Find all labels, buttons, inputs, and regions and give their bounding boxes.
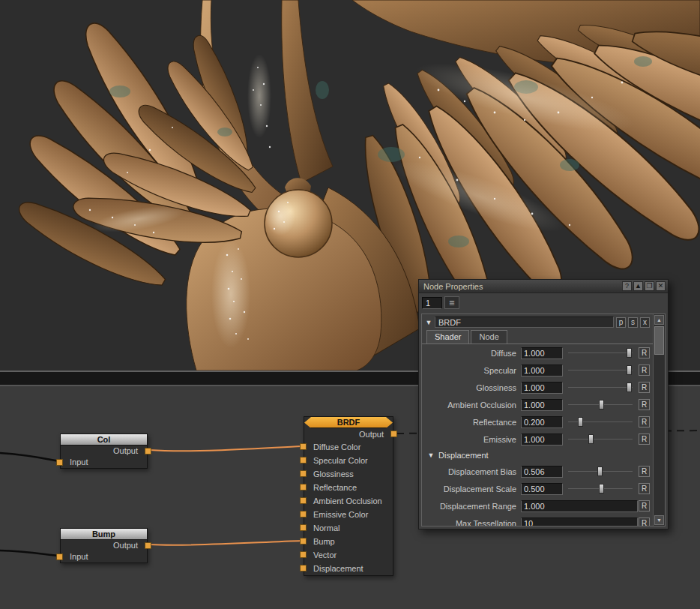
- value-field[interactable]: 1.000: [521, 347, 563, 359]
- node-col[interactable]: Col Output Input: [60, 434, 148, 469]
- scrollbar-thumb[interactable]: [654, 326, 664, 355]
- displacement-section-header[interactable]: ▼ Displacement: [422, 448, 653, 463]
- slider-handle[interactable]: [627, 365, 632, 375]
- param-row-diffuse: Diffuse 1.000 R: [422, 344, 653, 362]
- scroll-down-icon[interactable]: ▼: [654, 515, 664, 525]
- input-label: Input: [70, 458, 88, 466]
- value-field[interactable]: 1.000: [521, 500, 638, 512]
- value-field[interactable]: 1.000: [521, 364, 563, 376]
- collapse-arrow-icon[interactable]: ▼: [425, 319, 432, 326]
- reset-button[interactable]: R: [639, 466, 650, 477]
- value-field[interactable]: 1.000: [521, 382, 563, 394]
- input-label: Ambient Occlusion: [313, 496, 382, 506]
- slider-handle[interactable]: [597, 466, 603, 476]
- panel-scrollbar[interactable]: ▲ ▼: [653, 314, 665, 526]
- node-name-field[interactable]: BRDF: [435, 316, 614, 328]
- node-bump[interactable]: Bump Output Input: [60, 528, 148, 563]
- col-input-row: Input: [61, 457, 147, 468]
- output-label: Output: [113, 446, 138, 455]
- slider[interactable]: [567, 483, 634, 494]
- input-port[interactable]: [300, 565, 307, 572]
- shade-icon[interactable]: ▲: [633, 281, 643, 291]
- input-port[interactable]: [300, 497, 307, 504]
- scroll-up-icon[interactable]: ▲: [654, 315, 664, 325]
- input-port[interactable]: [300, 524, 307, 531]
- bump-input-row: Input: [61, 551, 147, 562]
- input-port[interactable]: [300, 511, 307, 518]
- tab-shader[interactable]: Shader: [426, 330, 469, 344]
- value-field[interactable]: 0.506: [521, 466, 563, 478]
- slider-handle[interactable]: [588, 434, 594, 444]
- slider[interactable]: [567, 466, 634, 477]
- value-field[interactable]: 0.200: [521, 416, 563, 428]
- output-port[interactable]: [145, 448, 151, 454]
- output-port[interactable]: [390, 430, 397, 437]
- slider[interactable]: [567, 434, 634, 445]
- brdf-output-row: Output: [304, 428, 393, 440]
- panel-rows: ▼ BRDF p s x Shader Node Diffuse 1.000 R: [422, 314, 653, 526]
- slider[interactable]: [567, 347, 634, 358]
- tab-node[interactable]: Node: [471, 330, 507, 344]
- value-field[interactable]: 0.500: [521, 483, 563, 495]
- tab-bar: Shader Node: [422, 330, 653, 344]
- x-button[interactable]: x: [640, 317, 650, 328]
- input-port[interactable]: [56, 554, 63, 560]
- reset-button[interactable]: R: [639, 399, 650, 410]
- brdf-input-row: Glossiness: [304, 467, 393, 481]
- input-label: Specular Color: [313, 456, 368, 465]
- slider[interactable]: [567, 416, 634, 428]
- input-port[interactable]: [300, 538, 307, 544]
- node-properties-panel: Node Properties ? ▲ ❐ ✕ 1 ≣ ▼ BRDF p s x…: [418, 279, 669, 530]
- node-col-title[interactable]: Col: [61, 434, 147, 446]
- input-port[interactable]: [300, 457, 307, 464]
- close-icon[interactable]: ✕: [656, 281, 666, 291]
- input-label: Reflectance: [313, 483, 357, 492]
- slider-handle[interactable]: [627, 348, 632, 358]
- slider[interactable]: [567, 399, 634, 410]
- brdf-input-row: Reflectance: [304, 481, 393, 494]
- collapse-arrow-icon[interactable]: ▼: [427, 452, 435, 459]
- input-port[interactable]: [300, 551, 307, 558]
- s-button[interactable]: s: [628, 317, 638, 328]
- reset-button[interactable]: R: [639, 518, 650, 526]
- slider-handle[interactable]: [578, 417, 583, 427]
- float-window-icon[interactable]: ❐: [645, 281, 654, 291]
- reset-button[interactable]: R: [639, 364, 650, 376]
- value-field[interactable]: 10: [521, 518, 638, 526]
- param-row-glossiness: Glossiness 1.000 R: [422, 379, 653, 396]
- menu-icon-button[interactable]: ≣: [444, 296, 459, 309]
- panel-toolrow: 1 ≣: [419, 293, 668, 312]
- input-port[interactable]: [56, 459, 63, 466]
- value-field[interactable]: 1.000: [521, 434, 563, 446]
- p-button[interactable]: p: [616, 317, 626, 328]
- index-field[interactable]: 1: [422, 297, 442, 309]
- reset-button[interactable]: R: [639, 434, 650, 445]
- input-port[interactable]: [300, 470, 307, 477]
- node-brdf[interactable]: BRDF Output Diffuse Color Specular Color…: [304, 416, 393, 576]
- param-row-emissive: Emissive 1.000 R: [422, 430, 653, 448]
- output-port[interactable]: [145, 542, 151, 549]
- node-bump-title[interactable]: Bump: [61, 529, 147, 540]
- value-field[interactable]: 1.000: [521, 399, 563, 411]
- slider-handle[interactable]: [599, 484, 604, 494]
- slider-handle[interactable]: [599, 400, 604, 410]
- input-port[interactable]: [300, 484, 307, 490]
- reset-button[interactable]: R: [639, 382, 650, 393]
- panel-titlebar[interactable]: Node Properties ? ▲ ❐ ✕: [419, 280, 668, 293]
- brdf-input-row: Bump: [304, 535, 393, 548]
- slider[interactable]: [567, 382, 634, 393]
- help-icon[interactable]: ?: [622, 281, 632, 291]
- input-port[interactable]: [300, 443, 307, 450]
- slider[interactable]: [567, 364, 634, 376]
- input-label: Bump: [313, 537, 335, 546]
- param-row-reflectance: Reflectance 0.200 R: [422, 413, 653, 430]
- reset-button[interactable]: R: [639, 500, 650, 512]
- input-label: Normal: [313, 524, 340, 532]
- node-brdf-title[interactable]: BRDF: [304, 417, 393, 428]
- reset-button[interactable]: R: [639, 416, 650, 428]
- brdf-input-row: Normal: [304, 521, 393, 535]
- slider-handle[interactable]: [627, 382, 632, 392]
- reset-button[interactable]: R: [639, 347, 650, 358]
- param-row-max-tessellation: Max Tessellation 10 R: [422, 514, 653, 526]
- reset-button[interactable]: R: [639, 483, 650, 494]
